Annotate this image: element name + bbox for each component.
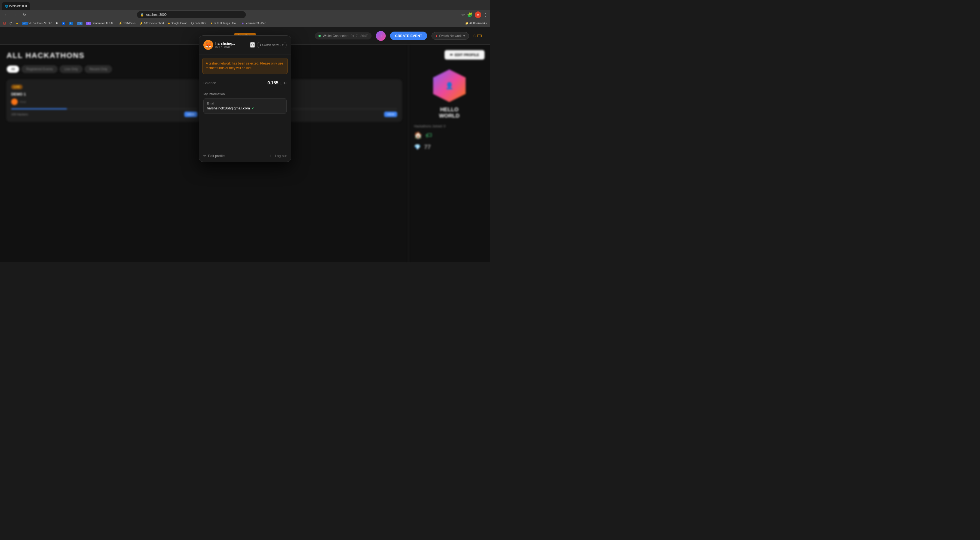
bookmark-twitter[interactable]: 𝕏	[54, 21, 59, 25]
edit-profile-link[interactable]: ✏ Edit profile	[204, 154, 224, 158]
popup-header: 🦊 harshsing... 0x17...864F ⚙ ℹ Switch Ne…	[199, 36, 291, 54]
bookmark-typescript[interactable]: TS	[76, 21, 84, 25]
tab-label: localhost:3000	[9, 5, 27, 8]
forward-button[interactable]: →	[11, 11, 19, 19]
balance-currency-text: ETH	[280, 81, 286, 85]
popup-account: 🦊 harshsing... 0x17...864F	[204, 40, 235, 50]
switch-network-button[interactable]: ℹ Switch Netw... ▾	[257, 42, 286, 48]
popup-balance: Balance 0.155 ETH	[199, 77, 291, 89]
logout-icon: ⊢	[270, 154, 273, 158]
account-address: 0x17...864F	[215, 46, 235, 49]
popup-my-info: My information Email harshsingh16d@gmail…	[199, 89, 291, 117]
pencil-icon: ✏	[204, 154, 206, 158]
back-button[interactable]: ←	[2, 11, 10, 19]
popup-footer: ✏ Edit profile ⊢ Log out	[199, 150, 291, 162]
info-icon: ℹ	[260, 43, 261, 47]
bookmark-code100x[interactable]: ⬡ code100x	[190, 21, 207, 25]
active-tab[interactable]: 🌐 localhost:3000	[2, 2, 30, 10]
browser-toolbar: ← → ↻ 🔒 localhost:3000 ☆ 🧩 A ⋮	[0, 10, 490, 20]
app-content: Wallet Connected 0x17...864F H CREATE EV…	[0, 27, 490, 262]
bookmark-cohort[interactable]: ⚡ 100xdevs cohort	[138, 21, 165, 25]
switch-network-label: Switch Netw...	[262, 43, 281, 46]
bookmark-linkedin[interactable]: in	[68, 21, 74, 25]
extensions-icon[interactable]: 🧩	[467, 12, 473, 17]
balance-display: 0.155 ETH	[267, 81, 287, 86]
browser-chrome: 🌐 localhost:3000 ← → ↻ 🔒 localhost:3000 …	[0, 0, 490, 27]
bookmark-star-icon[interactable]: ☆	[461, 12, 465, 17]
metamask-popup: 🦊 harshsing... 0x17...864F ⚙ ℹ Switch Ne…	[199, 35, 291, 162]
verified-icon: ✓	[251, 106, 254, 110]
account-name: harshsing...	[215, 41, 235, 46]
bookmark-vit[interactable]: VIT VIT Vellore - VTOP	[21, 21, 53, 25]
metamask-overlay: Sandbox 🦊 harshsing... 0x17...864F ⚙ ℹ S…	[0, 27, 490, 262]
settings-icon-btn[interactable]: ⚙	[250, 42, 255, 48]
bookmark-100xdevs[interactable]: ⚡ 100xDevs	[118, 21, 136, 25]
email-label: Email	[207, 102, 283, 105]
tab-favicon: 🌐	[5, 5, 8, 8]
testnet-warning: A testnet network has been selected. Ple…	[202, 58, 288, 74]
popup-header-actions: ⚙ ℹ Switch Netw... ▾	[250, 42, 286, 48]
bookmark-gmail[interactable]: M	[2, 21, 7, 25]
bookmark-build[interactable]: ★ BUILD things | Ga...	[209, 21, 239, 25]
address-bar[interactable]: 🔒 localhost:3000	[137, 11, 246, 18]
bookmark-bar: M ⬡ ● VIT VIT Vellore - VTOP 𝕏 T in TS G…	[0, 20, 490, 27]
my-info-label: My information	[204, 92, 286, 96]
email-text: harshsingh16d@gmail.com	[207, 106, 250, 110]
tab-bar: 🌐 localhost:3000	[0, 0, 490, 10]
balance-value: 0.155	[267, 81, 278, 85]
bookmark-genai[interactable]: G Generative AI 6.0...	[85, 21, 116, 25]
refresh-button[interactable]: ↻	[21, 11, 28, 19]
url-text: localhost:3000	[146, 13, 167, 17]
bookmark-colab[interactable]: ▶ Google Colab	[167, 21, 188, 25]
all-bookmarks-btn[interactable]: 📁 All Bookmarks	[464, 21, 488, 25]
email-value-row: harshsingh16d@gmail.com ✓	[207, 106, 283, 110]
email-card: Email harshsingh16d@gmail.com ✓	[204, 98, 286, 114]
popup-empty-space	[199, 117, 291, 150]
bookmark-github[interactable]: ⬡	[8, 21, 13, 25]
balance-label: Balance	[204, 81, 216, 85]
profile-icon[interactable]: A	[475, 11, 481, 18]
bookmark-trello[interactable]: T	[61, 21, 67, 25]
chevron-down-icon: ▾	[282, 43, 284, 47]
lock-icon: 🔒	[140, 13, 144, 17]
account-details: harshsing... 0x17...864F	[215, 41, 235, 49]
bookmark-learnweb3[interactable]: ◈ LearnWeb3 - Bec...	[241, 21, 269, 25]
bookmark-chrome[interactable]: ●	[15, 21, 19, 25]
metamask-fox-icon: 🦊	[204, 40, 213, 50]
logout-link[interactable]: ⊢ Log out	[270, 154, 286, 158]
more-options-icon[interactable]: ⋮	[484, 12, 488, 17]
